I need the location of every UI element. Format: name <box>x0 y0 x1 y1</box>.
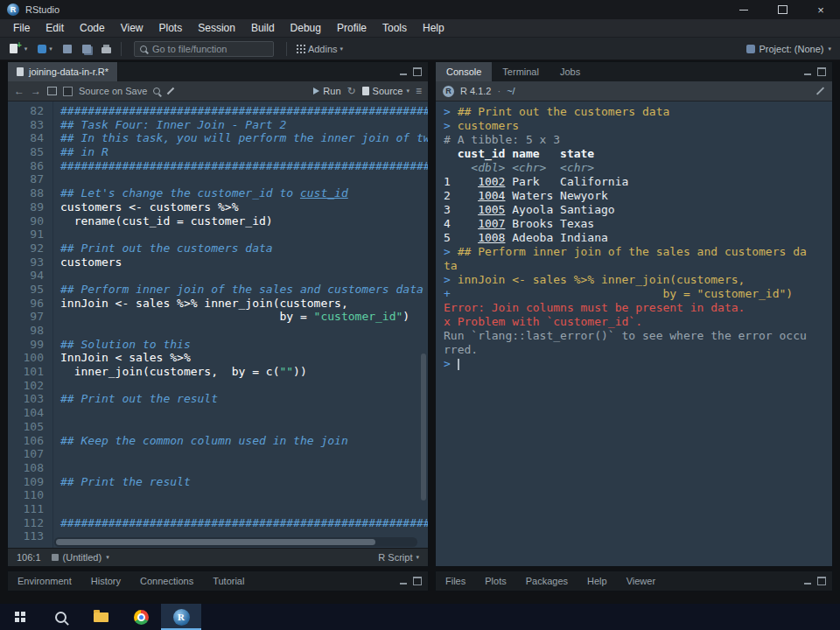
source-on-save-label: Source on Save <box>79 86 147 96</box>
console-output[interactable]: > ## Print out the customers data> custo… <box>436 102 832 566</box>
tab-environment[interactable]: Environment <box>8 576 81 586</box>
console-header: R R 4.1.2 · ~/ <box>436 81 832 102</box>
pane-maximize-icon[interactable] <box>817 577 826 585</box>
start-button[interactable] <box>0 604 40 630</box>
tab-console[interactable]: Console <box>436 62 492 81</box>
line-number: 83 <box>8 118 44 132</box>
new-project-button[interactable]: ▾ <box>33 43 57 55</box>
tab-jobs[interactable]: Jobs <box>550 62 591 81</box>
pane-minimize-icon[interactable] <box>400 74 407 75</box>
editor-code[interactable]: ########################################… <box>53 102 428 548</box>
line-number: 113 <box>8 529 44 543</box>
console-actions-icon[interactable] <box>816 87 824 94</box>
chevron-down-icon: ▾ <box>406 88 410 94</box>
menu-view[interactable]: View <box>113 19 151 37</box>
line-number: 106 <box>8 434 44 448</box>
tab-connections[interactable]: Connections <box>130 576 203 586</box>
code-editor[interactable]: 8283848586878889909192939495969798991001… <box>8 102 428 548</box>
line-number: 95 <box>8 283 44 297</box>
line-number: 94 <box>8 269 44 283</box>
tab-terminal[interactable]: Terminal <box>492 62 550 81</box>
document-type-menu[interactable]: R Script ▾ <box>378 552 419 563</box>
code-line <box>60 324 428 338</box>
goto-file-input[interactable]: Go to file/function <box>134 41 274 57</box>
vscroll-thumb[interactable] <box>421 354 426 501</box>
minimize-button[interactable] <box>724 0 763 19</box>
section-icon <box>52 554 59 561</box>
line-number: 85 <box>8 145 44 159</box>
menu-file[interactable]: File <box>5 19 38 37</box>
line-number: 111 <box>8 502 44 516</box>
tab-history[interactable]: History <box>81 576 130 586</box>
menu-bar: FileEditCodeViewPlotsSessionBuildDebugPr… <box>0 19 840 38</box>
save-all-button[interactable] <box>78 43 95 55</box>
code-line: ########################################… <box>60 104 428 118</box>
taskbar-search-button[interactable] <box>40 604 80 630</box>
document-outline-button[interactable]: ≡ <box>416 85 422 97</box>
back-button[interactable]: ← <box>14 85 24 97</box>
console-line: > customers <box>444 119 824 133</box>
pane-minimize-icon[interactable] <box>804 74 811 75</box>
tab-tutorial[interactable]: Tutorial <box>203 576 254 586</box>
rerun-button[interactable]: ↻ <box>347 85 356 97</box>
forward-button[interactable]: → <box>31 85 41 97</box>
chevron-down-icon: ▾ <box>340 46 344 52</box>
menu-build[interactable]: Build <box>243 19 283 37</box>
menu-edit[interactable]: Edit <box>38 19 72 37</box>
source-button[interactable]: Source ▾ <box>362 86 410 96</box>
console-pane: ConsoleTerminalJobs R R 4.1.2 · ~/ > ## … <box>435 61 833 567</box>
save-button[interactable] <box>59 43 76 55</box>
tab-viewer[interactable]: Viewer <box>617 576 665 586</box>
menu-profile[interactable]: Profile <box>329 19 374 37</box>
new-file-button[interactable]: +▾ <box>5 42 32 55</box>
taskbar-chrome[interactable] <box>121 604 161 630</box>
addins-button[interactable]: Addins ▾ <box>292 42 347 56</box>
document-chunk-menu[interactable]: (Untitled) ▾ <box>52 552 109 563</box>
r-version: R 4.1.2 <box>460 86 491 96</box>
pane-maximize-icon[interactable] <box>413 577 422 585</box>
pane-minimize-icon[interactable] <box>400 583 407 584</box>
source-on-save-checkbox[interactable] <box>63 87 73 96</box>
close-button[interactable]: × <box>802 0 840 19</box>
project-cube-icon <box>38 45 46 53</box>
project-menu-button[interactable]: Project: (None) ▾ <box>746 44 836 54</box>
tab-packages[interactable]: Packages <box>516 576 578 586</box>
editor-tab[interactable]: joining-data-in-r.R* <box>8 62 118 81</box>
source-icon <box>362 87 369 95</box>
minimize-icon <box>739 10 748 10</box>
menu-help[interactable]: Help <box>415 19 452 37</box>
menu-plots[interactable]: Plots <box>151 19 191 37</box>
pane-maximize-icon[interactable] <box>413 67 422 76</box>
line-number: 96 <box>8 297 44 311</box>
find-replace-icon[interactable] <box>153 88 160 94</box>
menu-code[interactable]: Code <box>72 19 113 37</box>
print-button[interactable] <box>97 43 116 55</box>
tab-files[interactable]: Files <box>436 576 475 586</box>
console-line: cust_id name state <box>444 147 824 161</box>
code-line: customers <box>60 256 428 270</box>
code-line: ## Print out the result <box>60 392 428 406</box>
console-line: 3 1005 Ayoola Santiago <box>444 203 824 217</box>
line-number: 107 <box>8 447 44 461</box>
taskbar-rstudio[interactable]: R <box>161 604 201 630</box>
run-button[interactable]: Run <box>313 86 340 96</box>
code-line: ## Task Four: Inner Join - Part 2 <box>60 118 428 132</box>
hscroll-thumb[interactable] <box>56 539 375 545</box>
working-directory[interactable]: ~/ <box>507 86 514 96</box>
console-line: 1 1002 Park California <box>444 175 824 189</box>
menu-session[interactable]: Session <box>190 19 243 37</box>
line-number: 84 <box>8 131 44 145</box>
pane-maximize-icon[interactable] <box>817 67 826 76</box>
menu-debug[interactable]: Debug <box>283 19 329 37</box>
tab-plots[interactable]: Plots <box>475 576 515 586</box>
pane-minimize-icon[interactable] <box>804 583 811 584</box>
code-tools-icon[interactable] <box>167 88 174 94</box>
menu-tools[interactable]: Tools <box>374 19 415 37</box>
tab-help[interactable]: Help <box>578 576 617 586</box>
console-line: 2 1004 Waters Newyork <box>444 189 824 203</box>
open-in-new-window-icon[interactable] <box>47 87 57 95</box>
rstudio-app-icon: R <box>7 4 19 16</box>
maximize-button[interactable] <box>763 0 802 19</box>
line-number: 104 <box>8 406 44 420</box>
taskbar-file-explorer[interactable] <box>80 604 121 630</box>
